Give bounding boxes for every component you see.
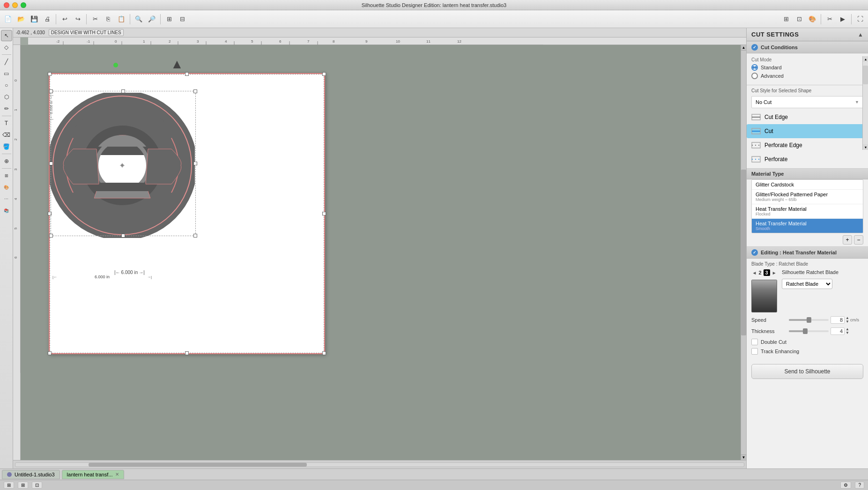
panel-collapse-button[interactable]: ▲ (858, 31, 863, 38)
art-handle-mr[interactable] (193, 162, 197, 165)
double-cut-checkbox[interactable] (751, 339, 758, 345)
art-handle-tr[interactable] (193, 89, 197, 93)
speed-slider[interactable] (789, 319, 829, 321)
blade-prev-btn[interactable]: ◄ (752, 270, 757, 275)
handle-bl[interactable] (48, 351, 52, 355)
settings-btn[interactable]: ⚙ (840, 482, 851, 489)
tab-untitled[interactable]: Untitled-1.studio3 (2, 470, 60, 479)
handle-bc[interactable] (185, 351, 189, 355)
status-btn-3[interactable]: ⊡ (32, 482, 42, 489)
fill-button[interactable]: 🎨 (806, 13, 818, 25)
redo-button[interactable]: ↪ (72, 13, 84, 25)
handle-tl[interactable] (48, 72, 52, 76)
art-handle-ml[interactable] (49, 162, 53, 165)
art-handle-bl[interactable] (49, 234, 53, 238)
horizontal-scrollbar[interactable] (15, 462, 744, 467)
panel-scroll-down[interactable]: ▼ (863, 144, 868, 150)
paste-button[interactable]: 📋 (115, 13, 127, 25)
minimize-button[interactable] (12, 2, 18, 8)
art-handle-bc[interactable] (121, 234, 125, 238)
zoom-out-button[interactable]: 🔍 (133, 13, 145, 25)
canvas-scroll[interactable]: ▲ (21, 45, 746, 460)
bottom-scrollbar[interactable] (13, 460, 746, 468)
close-button[interactable] (4, 2, 9, 8)
send-button-toolbar[interactable]: ▶ (837, 13, 849, 25)
paint-tool-button[interactable]: 🪣 (1, 141, 12, 152)
remove-material-button[interactable]: − (854, 235, 863, 245)
maximize-button[interactable] (21, 2, 26, 8)
cut-settings-button[interactable]: ✂ (823, 13, 836, 25)
art-handle-br[interactable] (193, 234, 197, 238)
help-btn[interactable]: ? (855, 482, 864, 489)
rect-tool-button[interactable]: ▭ (1, 68, 12, 79)
thickness-slider[interactable] (789, 330, 829, 332)
handle-tc[interactable] (185, 72, 189, 76)
track-enhancing-checkbox[interactable] (751, 348, 758, 355)
no-cut-selector[interactable]: No Cut ▼ (751, 96, 863, 108)
trace-button[interactable]: ⋯ (1, 193, 12, 205)
standard-radio[interactable] (751, 64, 758, 71)
scrollbar-up-btn[interactable]: ▲ (741, 45, 746, 51)
align-button[interactable]: ⊞ (780, 13, 792, 25)
polygon-tool-button[interactable]: ⬡ (1, 91, 12, 103)
panel-scroll-up[interactable]: ▲ (863, 56, 868, 62)
h-scrollbar-thumb[interactable] (89, 463, 307, 467)
material-list[interactable]: Glitter Cardstock Glitter/Flocked Patter… (751, 179, 863, 233)
panel-scrollbar-thumb[interactable] (863, 66, 868, 84)
speed-slider-thumb[interactable] (807, 317, 811, 323)
perforate-option[interactable]: Perforate (747, 152, 868, 166)
line-tool-button[interactable]: ╱ (1, 56, 12, 67)
transform-button[interactable]: ⊡ (793, 13, 805, 25)
text-tool-button[interactable]: T (1, 118, 12, 129)
save-button[interactable]: 💾 (28, 13, 40, 25)
path-tool-button[interactable]: ✏ (1, 103, 12, 114)
handle-mr[interactable] (322, 212, 326, 215)
layers-panel-button[interactable]: ⊞ (1, 170, 12, 181)
open-button[interactable]: 📂 (15, 13, 27, 25)
node-tool-button[interactable]: ◇ (1, 42, 12, 53)
blade-dropdown[interactable]: Ratchet Blade Auto Blade Deep Cut Blade (782, 279, 832, 289)
thickness-slider-thumb[interactable] (803, 328, 808, 334)
scrollbar-thumb-v[interactable] (741, 170, 746, 335)
handle-tr[interactable] (322, 72, 326, 76)
art-handle-tc[interactable] (121, 89, 125, 93)
speed-value-input[interactable] (831, 316, 845, 324)
scrollbar-down-btn[interactable]: ▼ (741, 454, 746, 460)
cut-edge-option[interactable]: Cut Edge (747, 110, 868, 124)
ellipse-tool-button[interactable]: ○ (1, 80, 12, 91)
fill-panel-button[interactable]: 🎨 (1, 182, 12, 193)
library-button[interactable]: 📚 (1, 205, 12, 216)
zoom-tool-button[interactable]: ⊕ (1, 156, 12, 167)
material-glitter-flocked[interactable]: Glitter/Flocked Patterned Paper Medium w… (752, 190, 863, 204)
material-heat-transfer-flocked[interactable]: Heat Transfer Material Flocked (752, 204, 863, 219)
print-button[interactable]: 🖨 (41, 13, 53, 25)
thickness-down-btn[interactable]: ▼ (846, 331, 849, 335)
standard-radio-row[interactable]: Standard (751, 64, 863, 71)
material-heat-transfer-smooth[interactable]: Heat Transfer Material Smooth (752, 219, 863, 233)
panel-scrollbar[interactable]: ▲ ▼ (862, 56, 868, 150)
status-btn-2[interactable]: ⊞ (18, 482, 28, 489)
speed-down-btn[interactable]: ▼ (846, 320, 849, 324)
group-button[interactable]: ⊞ (163, 13, 175, 25)
zoom-in-button[interactable]: 🔎 (146, 13, 158, 25)
cut-button[interactable]: ✂ (89, 13, 101, 25)
add-material-button[interactable]: + (843, 235, 852, 245)
tab-lantern[interactable]: lantern heat transf... ✕ (62, 470, 125, 479)
thickness-value-input[interactable] (831, 327, 845, 335)
new-button[interactable]: 📄 (2, 13, 14, 25)
canvas-scrollbar-v[interactable]: ▲ ▼ (741, 45, 746, 460)
handle-br[interactable] (322, 351, 326, 355)
cut-option[interactable]: Cut (747, 124, 868, 138)
fullscreen-button[interactable]: ⛶ (854, 13, 866, 25)
material-glitter-cardstock[interactable]: Glitter Cardstock (752, 180, 863, 190)
tab-close-btn[interactable]: ✕ (115, 472, 119, 477)
blade-next-btn[interactable]: ► (772, 270, 777, 275)
eraser-tool-button[interactable]: ⌫ (1, 129, 12, 141)
advanced-radio[interactable] (751, 73, 758, 79)
ungroup-button[interactable]: ⊟ (176, 13, 188, 25)
advanced-radio-row[interactable]: Advanced (751, 73, 863, 79)
select-tool-button[interactable]: ↖ (1, 30, 12, 41)
perforate-edge-option[interactable]: Perforate Edge (747, 138, 868, 152)
send-to-silhouette-button[interactable]: Send to Silhouette (751, 364, 863, 379)
status-btn-1[interactable]: ⊞ (4, 482, 14, 489)
